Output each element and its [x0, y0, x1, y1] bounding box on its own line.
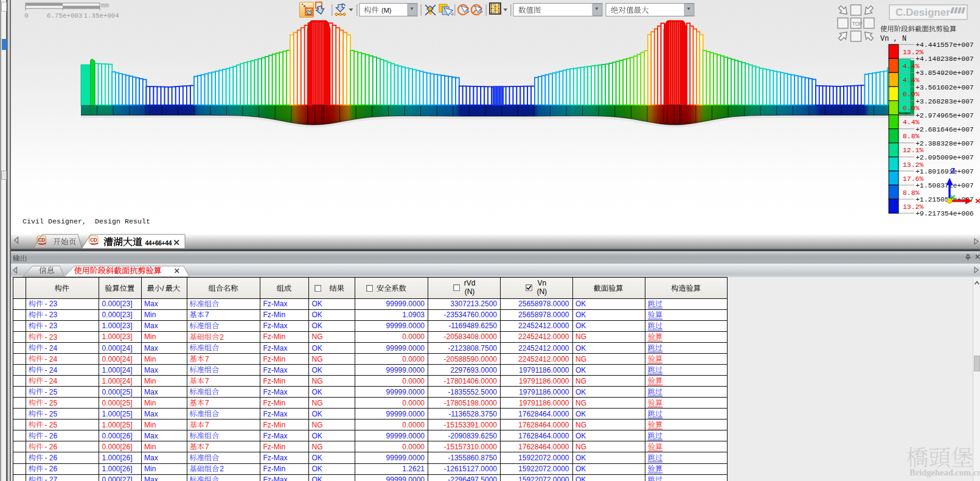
svg-text:CD: CD: [90, 237, 97, 243]
svg-text:CD: CD: [38, 237, 46, 243]
